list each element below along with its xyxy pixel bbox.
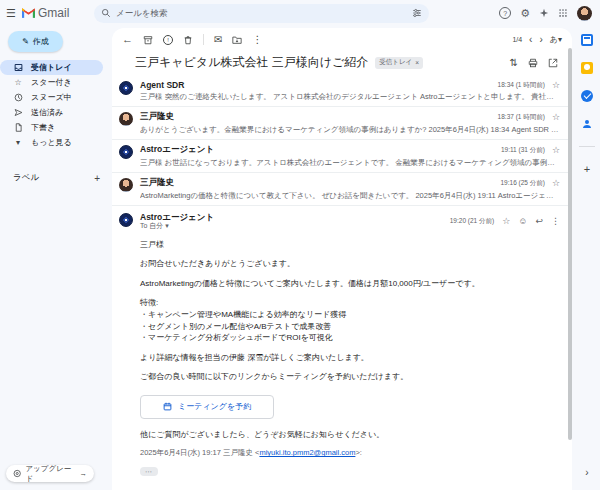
message-time: 19:16 (25 分前) — [500, 179, 544, 188]
input-tools-label: あ — [550, 35, 558, 44]
search-filter-icon[interactable] — [412, 8, 422, 18]
star-icon: ☆ — [13, 78, 23, 87]
features-title: 特徴: — [140, 297, 552, 309]
main-menu-icon[interactable]: ☰ — [0, 7, 22, 20]
message-snippet: 三戸様 突然のご連絡失礼いたします。 アストロ株式会社のデジタルエージェント A… — [140, 92, 560, 102]
message-sender: Astroエージェント — [140, 144, 214, 156]
chip-label: 受信トレイ — [379, 58, 412, 67]
sender-avatar — [119, 213, 133, 227]
get-add-ons-icon[interactable]: + — [584, 163, 590, 175]
book-meeting-button[interactable]: ミーティングを予約 — [140, 395, 274, 419]
older-chevron-icon[interactable]: › — [539, 35, 542, 45]
rail-divider — [579, 146, 595, 147]
archive-icon[interactable] — [143, 35, 153, 45]
thread-pagination: 1/4 — [512, 36, 522, 43]
search-bar[interactable] — [94, 4, 429, 23]
more-options-icon[interactable]: ⋮ — [252, 35, 262, 45]
upgrade-label: アップグレード — [25, 464, 75, 484]
star-icon[interactable]: ☆ — [552, 112, 560, 122]
toolbar-right: 1/4 ‹ › あ▾ — [512, 34, 562, 45]
sidebar-item-more[interactable]: ▾ もっと見る — [0, 135, 110, 150]
add-label-icon[interactable]: + — [94, 173, 100, 184]
upgrade-icon — [13, 469, 21, 478]
calendar-icon — [163, 402, 172, 411]
expanded-time: 19:20 (21 分前) — [450, 217, 494, 226]
account-avatar[interactable] — [577, 6, 592, 21]
message-row-1[interactable]: Agent SDR 18:34 (1 時間前) ☆ 三戸様 突然のご連絡失礼いた… — [112, 76, 572, 107]
search-input[interactable] — [116, 8, 407, 18]
right-side-panel: + › — [574, 26, 600, 490]
gemini-sparkle-icon[interactable] — [539, 8, 549, 18]
quoted-email-link[interactable]: miyuki.ito.pmm2@gmail.com — [259, 448, 355, 457]
sidebar-item-sent[interactable]: 送信済み — [0, 105, 110, 120]
compose-button[interactable]: ✎ 作成 — [8, 31, 63, 52]
gmail-logo: Gmail — [22, 6, 94, 20]
contacts-app-icon[interactable] — [581, 118, 593, 130]
mark-unread-icon[interactable]: ✉ — [214, 35, 222, 45]
clock-icon — [13, 93, 23, 102]
body-paragraph: より詳細な情報を担当の伊藤 深雪が詳しくご案内いたします。 — [140, 352, 552, 364]
thread-view: ← ! ✉ ⋮ 1/4 ‹ › あ▾ 三戸キャ — [112, 28, 572, 490]
thread-toolbar: ← ! ✉ ⋮ 1/4 ‹ › あ▾ — [112, 28, 572, 51]
message-sender: Agent SDR — [140, 80, 184, 90]
message-snippet: ありがとうございます。金融業界におけるマーケティング領域の事例はありますか? 2… — [140, 125, 560, 135]
star-icon[interactable]: ☆ — [552, 145, 560, 155]
show-trimmed-content-button[interactable]: ⋯ — [140, 467, 158, 476]
body-paragraph: 他にご質問がございましたら、どうぞお気軽にお知らせください。 — [140, 429, 552, 441]
tasks-app-icon[interactable] — [581, 90, 593, 102]
body-paragraph: ご都合の良い時間に以下のリンクからミーティングを予約いただけます。 — [140, 371, 552, 383]
message-row-3[interactable]: Astroエージェント 19:11 (31 分前) ☆ 三戸様 お世話になってお… — [112, 140, 572, 173]
input-tools-button[interactable]: あ▾ — [550, 34, 562, 45]
thread-header: 三戸キャピタル株式会社 三戸様向けご紹介 受信トレイ × ⇅ — [112, 51, 572, 76]
star-icon[interactable]: ☆ — [502, 216, 510, 226]
recipient-label: To 自分 — [140, 222, 163, 229]
sidebar-item-snoozed[interactable]: スヌーズ中 — [0, 90, 110, 105]
message-row-4[interactable]: 三戸隆史 19:16 (25 分前) ☆ AstroMarketingの価格と特… — [112, 173, 572, 206]
help-icon[interactable]: ? — [499, 7, 511, 19]
chevron-down-icon: ▾ — [13, 138, 23, 147]
reply-icon[interactable]: ↩ — [535, 216, 543, 226]
apps-grid-icon[interactable] — [558, 8, 568, 18]
message-row-2[interactable]: 三戸隆史 18:37 (1 時間前) ☆ ありがとうございます。金融業界における… — [112, 107, 572, 140]
sidebar-item-drafts[interactable]: 下書き — [0, 120, 110, 135]
calendar-app-icon[interactable] — [581, 34, 593, 46]
expand-all-icon[interactable]: ⇅ — [510, 58, 518, 68]
chip-remove-icon[interactable]: × — [415, 59, 419, 66]
move-to-icon[interactable] — [232, 35, 242, 45]
star-icon[interactable]: ☆ — [552, 80, 560, 90]
top-bar: ☰ Gmail ? ⚙ — [0, 0, 600, 26]
left-sidebar: ✎ 作成 受信トレイ ☆ スター付き スヌーズ中 — [0, 26, 110, 490]
message-sender: 三戸隆史 — [140, 111, 174, 123]
gmail-m-icon — [22, 8, 35, 18]
delete-icon[interactable] — [183, 35, 193, 45]
message-time: 18:37 (1 時間前) — [498, 113, 545, 122]
report-spam-icon[interactable]: ! — [163, 35, 173, 45]
message-snippet: 三戸様 お世話になっております。アストロ株式会社のエージェントです。 金融業界に… — [140, 158, 560, 168]
message-snippet: AstroMarketingの価格と特徴について教えて下さい。 ぜひお話を聞きた… — [140, 191, 560, 201]
newer-chevron-icon[interactable]: ‹ — [529, 35, 532, 45]
back-icon[interactable]: ← — [122, 34, 133, 45]
sidebar-item-inbox[interactable]: 受信トレイ — [0, 60, 103, 75]
settings-gear-icon[interactable]: ⚙ — [520, 8, 530, 19]
star-icon[interactable]: ☆ — [552, 178, 560, 188]
feature-item: ・キャンペーン管理やMA機能による効率的なリード獲得 — [140, 309, 552, 321]
sender-avatar — [119, 145, 133, 159]
more-options-icon[interactable]: ⋮ — [551, 216, 560, 226]
toolbar-divider — [203, 34, 204, 45]
emoji-reaction-icon[interactable]: ☺ — [518, 216, 527, 226]
caret-down-icon: ▾ — [558, 35, 562, 44]
hide-side-panel-icon[interactable]: › — [585, 467, 588, 478]
message-sender: 三戸隆史 — [140, 177, 174, 189]
sidebar-item-starred[interactable]: ☆ スター付き — [0, 75, 110, 90]
scrollbar[interactable] — [568, 48, 572, 440]
upgrade-button[interactable]: アップグレード → — [6, 465, 94, 482]
draft-file-icon — [13, 123, 23, 132]
sidebar-item-label: スター付き — [31, 77, 72, 88]
inbox-label-chip[interactable]: 受信トレイ × — [375, 57, 423, 69]
feature-item: ・セグメント別のメール配信やA/Bテストで成果改善 — [140, 321, 552, 333]
open-in-new-icon[interactable] — [548, 58, 558, 68]
recipient-dropdown[interactable]: To 自分 ▾ — [140, 222, 214, 230]
keep-app-icon[interactable] — [581, 62, 593, 74]
print-icon[interactable] — [528, 58, 538, 68]
quote-suffix: >: — [355, 448, 361, 457]
